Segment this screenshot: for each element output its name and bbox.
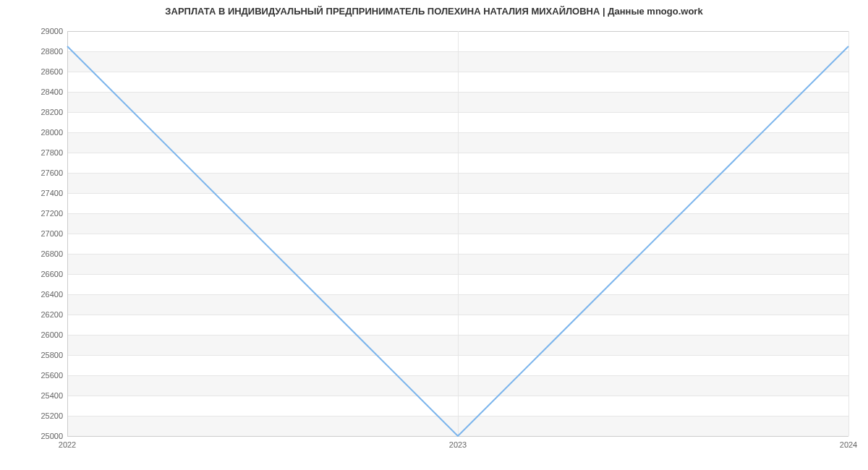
x-tick-label: 2022 xyxy=(59,436,76,449)
salary-chart: ЗАРПЛАТА В ИНДИВИДУАЛЬНЫЙ ПРЕДПРИНИМАТЕЛ… xyxy=(0,0,868,470)
y-tick-label: 27400 xyxy=(41,189,67,197)
y-tick-label: 28200 xyxy=(41,108,67,116)
y-tick-label: 26000 xyxy=(41,330,67,339)
x-tick-label: 2023 xyxy=(449,436,467,449)
y-tick-label: 25600 xyxy=(41,371,67,380)
y-tick-label: 26800 xyxy=(41,249,67,258)
y-tick-label: 25200 xyxy=(41,411,67,420)
y-tick-label: 25400 xyxy=(41,391,67,400)
y-tick-label: 29000 xyxy=(41,27,67,35)
y-tick-label: 28600 xyxy=(41,67,67,76)
y-tick-label: 27200 xyxy=(41,209,67,218)
y-tick-label: 27800 xyxy=(41,148,67,157)
line-series xyxy=(67,31,848,436)
chart-title: ЗАРПЛАТА В ИНДИВИДУАЛЬНЫЙ ПРЕДПРИНИМАТЕЛ… xyxy=(0,6,868,17)
gridline-v xyxy=(848,31,849,436)
y-tick-label: 28400 xyxy=(41,87,67,96)
y-tick-label: 26600 xyxy=(41,270,67,278)
y-tick-label: 26200 xyxy=(41,310,67,319)
y-tick-label: 27000 xyxy=(41,229,67,238)
data-line xyxy=(67,46,848,436)
y-tick-label: 28800 xyxy=(41,47,67,56)
y-tick-label: 25800 xyxy=(41,351,67,359)
y-tick-label: 28000 xyxy=(41,128,67,137)
y-tick-label: 27600 xyxy=(41,168,67,177)
y-tick-label: 26400 xyxy=(41,290,67,299)
plot-area: 2500025200254002560025800260002620026400… xyxy=(67,31,848,436)
x-tick-label: 2024 xyxy=(840,436,857,449)
